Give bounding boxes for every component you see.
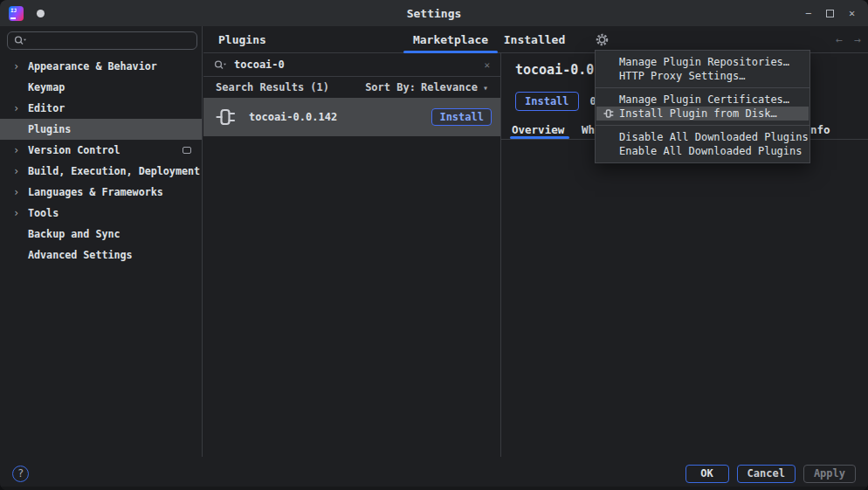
- sidebar-item-keymap[interactable]: Keymap: [0, 77, 202, 98]
- sidebar-item-label: Keymap: [28, 81, 65, 93]
- menu-item-manage-plugin-repositories[interactable]: Manage Plugin Repositories…: [596, 55, 809, 69]
- details-install-button[interactable]: Install: [515, 92, 579, 111]
- chevron-right-icon: ›: [13, 56, 19, 77]
- chevron-right-icon: ›: [13, 203, 19, 224]
- results-count-label: Search Results (1): [216, 81, 329, 93]
- plugin-result-row[interactable]: tocoai-0.0.142 Install: [203, 98, 500, 136]
- window-bottom-edge: [0, 487, 868, 490]
- chevron-right-icon: ›: [13, 182, 19, 203]
- chevron-down-icon: ▾: [483, 83, 488, 93]
- tab-whats-new[interactable]: Wh: [582, 123, 595, 136]
- menu-separator: [596, 125, 809, 126]
- maximize-button[interactable]: [819, 0, 841, 26]
- modified-badge-icon: [183, 147, 191, 154]
- search-query-text: tocoai-0: [234, 59, 285, 71]
- intellij-logo-icon: IJ: [9, 6, 24, 21]
- clear-search-icon[interactable]: ✕: [484, 59, 490, 71]
- forward-arrow-icon[interactable]: →: [854, 33, 861, 46]
- sidebar-item-label: Tools: [28, 207, 59, 219]
- close-button[interactable]: ✕: [841, 0, 863, 26]
- tab-additional-info[interactable]: nfo: [810, 123, 830, 136]
- apply-button[interactable]: Apply: [803, 465, 856, 483]
- install-plugin-button[interactable]: Install: [431, 108, 492, 126]
- ok-button[interactable]: OK: [685, 465, 729, 483]
- intellij-logo-text: IJ: [10, 7, 17, 13]
- settings-dialog: IJ Settings − ✕ › Appearance & Behavior: [0, 0, 868, 490]
- menu-separator: [596, 87, 809, 88]
- menu-item-disable-all-downloaded-plugins[interactable]: Disable All Downloaded Plugins: [596, 130, 809, 144]
- menu-item-label: Install Plugin from Disk…: [619, 107, 777, 120]
- help-button[interactable]: ?: [12, 466, 29, 482]
- install-from-disk-icon: [603, 108, 615, 119]
- sidebar-item-plugins[interactable]: Plugins: [0, 119, 202, 140]
- sidebar-item-label: Appearance & Behavior: [28, 60, 157, 72]
- settings-sidebar: › Appearance & Behavior Keymap › Editor …: [0, 26, 203, 457]
- maximize-icon: [826, 10, 834, 17]
- page-title: Plugins: [218, 26, 266, 52]
- sidebar-item-advanced-settings[interactable]: Advanced Settings: [0, 245, 202, 266]
- sort-dropdown[interactable]: Sort By: Relevance ▾: [365, 81, 488, 93]
- sidebar-item-label: Backup and Sync: [28, 228, 121, 240]
- marketplace-search-input[interactable]: tocoai-0 ✕: [203, 53, 500, 77]
- window-title: Settings: [0, 7, 868, 20]
- back-arrow-icon[interactable]: ←: [836, 33, 843, 46]
- minimize-button[interactable]: −: [797, 0, 819, 26]
- tab-marketplace[interactable]: Marketplace: [403, 26, 498, 52]
- settings-tree: › Appearance & Behavior Keymap › Editor …: [0, 56, 202, 266]
- sidebar-item-version-control[interactable]: › Version Control: [0, 140, 202, 161]
- menu-item-install-plugin-from-disk[interactable]: Install Plugin from Disk…: [596, 107, 809, 121]
- titlebar: IJ Settings − ✕: [0, 0, 868, 26]
- chevron-right-icon: ›: [13, 140, 19, 161]
- search-icon: [14, 35, 27, 46]
- sidebar-item-label: Editor: [28, 102, 65, 114]
- menu-item-manage-plugin-certificates[interactable]: Manage Plugin Certificates…: [596, 93, 809, 107]
- modified-dot-icon: [37, 10, 45, 17]
- chevron-right-icon: ›: [13, 98, 19, 119]
- intellij-logo-bar: [10, 17, 16, 19]
- sidebar-item-tools[interactable]: › Tools: [0, 203, 202, 224]
- cancel-button[interactable]: Cancel: [737, 465, 796, 483]
- gear-icon: [595, 32, 610, 47]
- window-controls: − ✕: [797, 0, 868, 26]
- sidebar-item-label: Version Control: [28, 144, 121, 156]
- search-icon: [214, 59, 227, 71]
- footer-buttons: OK Cancel Apply: [685, 465, 856, 483]
- sidebar-item-label: Plugins: [28, 123, 71, 135]
- sidebar-item-build-execution-deployment[interactable]: › Build, Execution, Deployment: [0, 161, 202, 182]
- gear-popup-menu: Manage Plugin Repositories… HTTP Proxy S…: [595, 50, 810, 163]
- settings-search-input[interactable]: [7, 31, 197, 50]
- plugin-plug-icon: [215, 107, 238, 128]
- sidebar-item-editor[interactable]: › Editor: [0, 98, 202, 119]
- plugin-name: tocoai-0.0.142: [249, 111, 337, 123]
- sidebar-item-label: Advanced Settings: [28, 249, 133, 261]
- chevron-right-icon: ›: [13, 161, 19, 182]
- menu-item-enable-all-downloaded-plugins[interactable]: Enable All Downloaded Plugins: [596, 144, 809, 158]
- sidebar-item-label: Languages & Frameworks: [28, 186, 163, 198]
- gear-menu-button[interactable]: [595, 32, 610, 48]
- sidebar-item-languages-frameworks[interactable]: › Languages & Frameworks: [0, 182, 202, 203]
- sidebar-item-label: Build, Execution, Deployment: [28, 165, 200, 177]
- search-results-header: Search Results (1) Sort By: Relevance ▾: [203, 77, 500, 98]
- tab-installed[interactable]: Installed: [499, 26, 569, 52]
- dialog-footer: ? OK Cancel Apply: [0, 457, 868, 490]
- sort-value: Relevance: [421, 81, 478, 93]
- menu-item-http-proxy-settings[interactable]: HTTP Proxy Settings…: [596, 69, 809, 83]
- sidebar-item-backup-and-sync[interactable]: Backup and Sync: [0, 224, 202, 245]
- tab-overview[interactable]: Overview: [512, 123, 564, 136]
- sort-label: Sort By:: [365, 81, 416, 93]
- marketplace-panel: tocoai-0 ✕ Search Results (1) Sort By: R…: [203, 53, 501, 457]
- sidebar-item-appearance-behavior[interactable]: › Appearance & Behavior: [0, 56, 202, 77]
- history-nav: ← →: [836, 26, 861, 52]
